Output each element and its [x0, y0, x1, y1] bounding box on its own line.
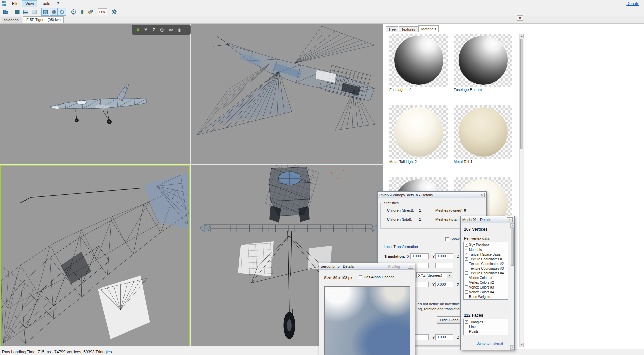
menu-view[interactable]: View: [22, 0, 37, 7]
list-item[interactable]: Triangles: [464, 320, 508, 324]
list-item-label: Tangent Space Basis: [469, 253, 501, 256]
viewport-top-view[interactable]: [191, 24, 383, 164]
mesh-dialog-scrollbar[interactable]: ▲ ▼: [510, 223, 514, 350]
render-wireframe-icon[interactable]: [58, 8, 66, 16]
scroll-up-icon[interactable]: ▲: [510, 223, 514, 228]
list-item[interactable]: Vertex Colors #4: [464, 290, 508, 294]
axis-button-x[interactable]: X: [136, 27, 140, 32]
texture-dialog-titlebar[interactable]: 5erudr.bmp - Details ×: [319, 263, 415, 270]
show-checkbox[interactable]: Show: [445, 237, 460, 241]
scrollbar-thumb[interactable]: [520, 39, 523, 149]
list-item[interactable]: Texture Coordinates #1: [464, 257, 508, 261]
translation-y-field[interactable]: 0.000: [435, 253, 453, 259]
scroll-up-icon[interactable]: ▲: [520, 34, 524, 38]
viewport-perspective-view[interactable]: [0, 165, 190, 346]
material-sphere: [394, 36, 443, 85]
close-tab-button[interactable]: ×: [517, 15, 523, 21]
scaling-ghost-label: Scaling: [388, 265, 400, 269]
application-window: FileViewTools? Donate FPS spider.objF-5E…: [0, 0, 644, 355]
material-sphere: [459, 36, 508, 85]
checkbox-icon: [465, 276, 468, 279]
axis-label: Z: [457, 283, 459, 287]
move-icon[interactable]: [160, 27, 165, 32]
list-item[interactable]: Lines: [464, 324, 508, 329]
toolbar: FPS: [0, 7, 644, 16]
mesh-dialog-title: Mesh 91 - Details: [462, 218, 507, 222]
material-thumbnail[interactable]: [389, 34, 448, 87]
list-item-label: Texture Coordinates #1: [469, 257, 504, 261]
list-item-label: Triangles: [469, 320, 483, 324]
scroll-down-icon[interactable]: ▼: [520, 343, 524, 347]
render-textured-icon[interactable]: [50, 8, 58, 16]
scrollbar-thumb[interactable]: [511, 228, 514, 266]
viewport-side-view[interactable]: [0, 24, 190, 164]
checkbox-icon: [465, 262, 468, 265]
rotation-mode-dropdown[interactable]: XYZ (degrees) ▼: [416, 272, 452, 278]
close-icon[interactable]: ×: [408, 264, 413, 269]
checkbox-icon: [465, 320, 468, 324]
axis-button-y[interactable]: Y: [144, 27, 148, 32]
menu-help[interactable]: ?: [53, 0, 62, 7]
material-thumbnail[interactable]: [454, 34, 512, 87]
settings-gear-icon[interactable]: [110, 8, 118, 16]
list-item[interactable]: Vertex Colors #2: [464, 280, 508, 285]
list-item[interactable]: Texture Coordinates #3: [464, 266, 508, 271]
texture-details-dialog[interactable]: 5erudr.bmp - Details × Size: 89 x 103 px…: [319, 263, 415, 355]
list-item[interactable]: Xyz Positions: [464, 242, 508, 247]
lighting-icon[interactable]: [86, 8, 94, 16]
checkbox-icon: [465, 253, 468, 256]
list-item[interactable]: Texture Coordinates #2: [464, 261, 508, 266]
app-icon: [1, 1, 7, 6]
list-item[interactable]: Texture Coordinates #4: [464, 271, 508, 275]
menu-file[interactable]: File: [9, 0, 22, 7]
view-split-icon[interactable]: [21, 8, 30, 16]
material-name: Fuselage Left: [389, 87, 448, 92]
document-tab[interactable]: F-5E Tiger II (05).lwo: [23, 16, 64, 23]
menu-tools[interactable]: Tools: [37, 0, 53, 7]
list-item[interactable]: Points: [464, 329, 508, 334]
close-icon[interactable]: ×: [507, 217, 513, 222]
checkbox-icon: [465, 248, 468, 251]
mesh-details-dialog[interactable]: Mesh 91 - Details × 167 Vertices Per-ver…: [460, 216, 515, 350]
mesh-dialog-titlebar[interactable]: Mesh 91 - Details ×: [461, 216, 514, 223]
rotation-y-field[interactable]: 0.000: [435, 282, 453, 287]
list-item[interactable]: Bone Weights: [464, 294, 508, 299]
alpha-channel-checkbox[interactable]: Has Alpha Channel: [359, 275, 395, 279]
children-direct-label: Children (direct):: [387, 208, 414, 212]
view-single-icon[interactable]: [13, 8, 21, 16]
materials-scrollbar[interactable]: ▲ ▼: [519, 34, 524, 347]
per-vertex-label: Per-vertex data:: [464, 236, 490, 240]
faces-list[interactable]: TrianglesLinesPoints: [463, 319, 508, 335]
eye-icon[interactable]: [168, 27, 174, 32]
axis-button-z[interactable]: Z: [152, 27, 156, 32]
pivot-dialog-titlebar[interactable]: Pivot-5Ecanopy_acts_b - Details ×: [378, 192, 486, 198]
fps-toggle[interactable]: FPS: [98, 8, 107, 15]
view-quad-icon[interactable]: [30, 8, 38, 16]
list-item-label: Lines: [469, 325, 477, 329]
axis-label: X: [407, 254, 409, 258]
translation-x-field[interactable]: 0.000: [410, 253, 429, 259]
jump-to-material-link[interactable]: Jump to material: [477, 341, 503, 345]
material-thumbnail[interactable]: [454, 105, 512, 159]
meshes-total-label: Meshes (total):: [435, 217, 460, 221]
up-axis-icon[interactable]: [78, 8, 86, 16]
donate-link[interactable]: Donate: [626, 1, 639, 6]
material-name: Metal Tail Light 2: [389, 159, 448, 164]
scaling-y-field[interactable]: [435, 263, 453, 268]
render-solid-icon[interactable]: [41, 8, 49, 16]
scroll-down-icon[interactable]: ▼: [510, 345, 514, 350]
open-file-icon[interactable]: [2, 8, 10, 16]
global-y-field[interactable]: 0.000: [435, 334, 453, 340]
axis-label: Y: [432, 283, 435, 287]
per-vertex-list[interactable]: Xyz PositionsNormalsTangent Space BasisT…: [463, 242, 508, 300]
list-item[interactable]: Tangent Space Basis: [464, 252, 508, 257]
close-icon[interactable]: ×: [479, 193, 485, 197]
checkbox-icon: [445, 237, 449, 241]
document-tab[interactable]: spider.obj: [1, 17, 22, 23]
list-item[interactable]: Normals: [464, 247, 508, 252]
hand-icon[interactable]: [177, 27, 182, 32]
list-item[interactable]: Vertex Colors #3: [464, 285, 508, 290]
center-view-icon[interactable]: [69, 8, 78, 16]
material-thumbnail[interactable]: [389, 105, 448, 159]
list-item[interactable]: Vertex Colors #1: [464, 275, 508, 280]
